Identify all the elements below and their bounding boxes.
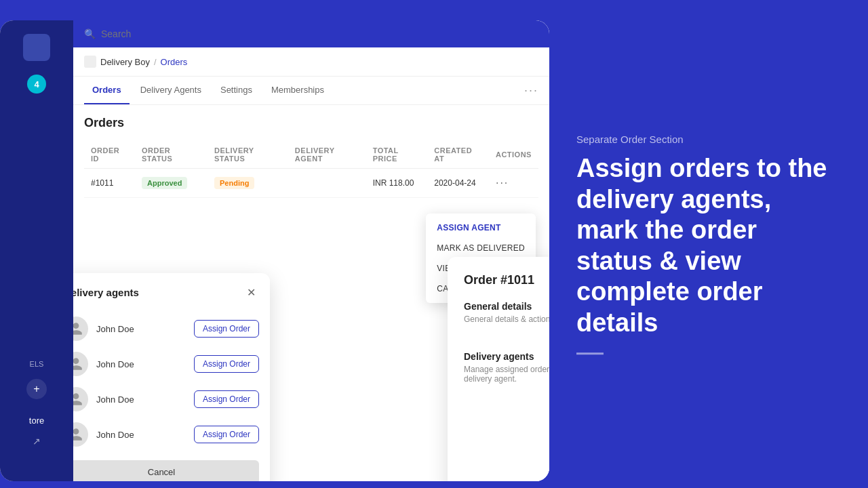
- assign-order-button[interactable]: Assign Order: [194, 390, 259, 408]
- sidebar-external-icon[interactable]: ↗: [26, 431, 47, 451]
- assign-order-button[interactable]: Assign Order: [194, 355, 259, 373]
- agent-name: John Doe: [96, 394, 186, 405]
- sidebar: 4 ELS + tore ↗: [0, 20, 73, 481]
- modal-header: Delivery agents ✕: [73, 284, 259, 300]
- tab-settings[interactable]: Settings: [212, 77, 260, 104]
- agent-name: John Doe: [96, 359, 186, 369]
- tab-delivery-agents[interactable]: Delivery Agents: [132, 77, 210, 104]
- promo-section: Separate Order Section Assign orders to …: [576, 134, 827, 354]
- tab-memberships[interactable]: Memberships: [263, 77, 332, 104]
- breadcrumb-current: Orders: [161, 57, 188, 67]
- assign-order-button[interactable]: Assign Order: [194, 426, 259, 443]
- agent-avatar: [73, 387, 88, 411]
- orders-table: ORDER ID ORDER STATUS DELIVERY STATUS DE…: [84, 141, 538, 198]
- tabs-bar: Orders Delivery Agents Settings Membersh…: [73, 77, 549, 105]
- total-price-cell: INR 118.00: [366, 169, 428, 198]
- col-delivery-status: DELIVERY STATUS: [208, 141, 288, 169]
- list-item: John Doe Assign Order: [73, 311, 259, 346]
- order-detail-title: Order #1011: [464, 273, 549, 287]
- general-details-sub: General details & actions: [464, 314, 549, 324]
- col-total-price: TOTAL PRICE: [366, 141, 428, 169]
- breadcrumb-plugin[interactable]: Delivery Boy: [100, 57, 150, 67]
- order-id-cell: #1011: [84, 169, 135, 198]
- col-order-status: ORDER STATUS: [135, 141, 208, 169]
- modal-cancel-button[interactable]: Cancel: [73, 460, 259, 481]
- agent-avatar: [73, 317, 88, 341]
- main-content-area: 🔍 Delivery Boy / Orders Orders Delivery …: [73, 20, 549, 481]
- sidebar-add-button[interactable]: +: [26, 379, 47, 399]
- orders-section: Orders ORDER ID ORDER STATUS DELIVERY ST…: [73, 105, 549, 481]
- assign-order-button[interactable]: Assign Order: [194, 320, 259, 338]
- approved-badge: Approved: [142, 177, 187, 189]
- modal-title: Delivery agents: [73, 287, 139, 298]
- modal-close-button[interactable]: ✕: [243, 284, 259, 300]
- agent-avatar: [73, 422, 88, 447]
- order-detail-panel: Order #1011 General details General deta…: [448, 257, 549, 481]
- plugin-icon: [84, 56, 96, 68]
- order-detail-body: General details General details & action…: [464, 301, 549, 479]
- tabs-more-button[interactable]: ···: [524, 83, 538, 98]
- col-order-id: ORDER ID: [84, 141, 135, 169]
- col-created-at: CREATED AT: [427, 141, 489, 169]
- agent-name: John Doe: [96, 430, 186, 440]
- table-row: #1011 Approved Pending INR 118.00 2020-0…: [84, 169, 538, 198]
- promo-title: Assign orders to the delivery agents, ma…: [576, 153, 827, 339]
- sidebar-logo: [23, 34, 50, 61]
- promo-divider: [576, 352, 604, 354]
- pending-badge: Pending: [214, 177, 254, 189]
- delivery-agents-modal: Delivery agents ✕ John Doe Assign Order: [73, 273, 270, 481]
- order-status-cell: Approved: [135, 169, 208, 198]
- delivery-status-cell: Pending: [208, 169, 288, 198]
- delivery-agents-sub-section: Delivery agents Manage assigned order de…: [464, 351, 549, 384]
- general-details-label: General details: [464, 301, 549, 312]
- delivery-agents-sub: Manage assigned order delivery agent.: [464, 365, 549, 384]
- main-card: 4 ELS + tore ↗ 🔍 Delivery Boy / Orders O…: [0, 20, 549, 481]
- tab-orders[interactable]: Orders: [84, 77, 130, 104]
- col-delivery-agent: DELIVERY AGENT: [288, 141, 366, 169]
- search-input[interactable]: [101, 28, 538, 39]
- order-detail-sidebar: General details General details & action…: [464, 301, 549, 479]
- agent-name: John Doe: [96, 324, 186, 334]
- list-item: John Doe Assign Order: [73, 417, 259, 452]
- delivery-agents-label: Delivery agents: [464, 351, 549, 362]
- notification-badge[interactable]: 4: [27, 75, 46, 94]
- context-assign-agent[interactable]: ASSIGN AGENT: [426, 218, 536, 238]
- search-bar: 🔍: [73, 20, 549, 47]
- promo-subtitle: Separate Order Section: [576, 134, 827, 145]
- breadcrumb-separator: /: [154, 57, 157, 67]
- delivery-agent-cell: [288, 169, 366, 198]
- col-actions: ACTIONS: [489, 141, 538, 169]
- actions-cell: ···: [489, 169, 538, 198]
- sidebar-store-label: tore: [29, 415, 44, 426]
- orders-title: Orders: [84, 116, 538, 130]
- sidebar-label-els: ELS: [30, 360, 44, 368]
- agents-list: John Doe Assign Order John Doe Assign Or…: [73, 311, 259, 452]
- created-at-cell: 2020-04-24: [427, 169, 489, 198]
- agent-avatar: [73, 352, 88, 376]
- actions-menu-button[interactable]: ···: [496, 177, 509, 188]
- breadcrumb: Delivery Boy / Orders: [73, 47, 549, 77]
- list-item: John Doe Assign Order: [73, 346, 259, 382]
- search-icon: 🔍: [84, 28, 96, 39]
- context-mark-delivered[interactable]: MARK AS DELIVERED: [426, 238, 536, 258]
- list-item: John Doe Assign Order: [73, 382, 259, 417]
